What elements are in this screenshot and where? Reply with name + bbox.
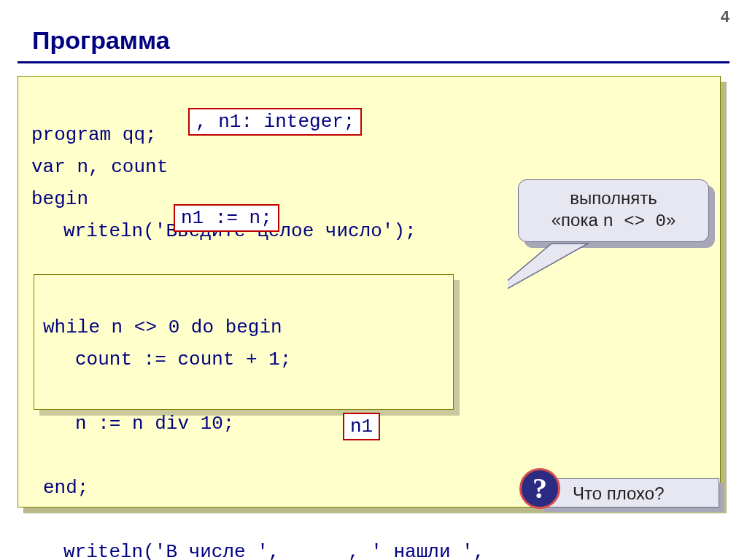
code-line: begin (31, 188, 88, 210)
highlight-var-decl: , n1: integer; (188, 108, 362, 136)
question-mark-icon: ? (519, 468, 560, 509)
highlight-n1-output: n1 (343, 413, 380, 440)
slide-number: 4 (721, 7, 729, 26)
code-blank (31, 509, 43, 531)
code-line: while n <> 0 do begin (43, 316, 282, 338)
question-bar: Что плохо? (540, 478, 719, 508)
highlight-assign-n1: n1 := n; (174, 204, 279, 232)
slide-title: Программа (32, 26, 170, 55)
callout-line2: «пока n <> 0» (519, 209, 708, 233)
code-line: end; (43, 477, 88, 499)
code-line: program qq; (31, 124, 157, 146)
callout-line1: выполнять (519, 187, 708, 209)
callout-bubble: выполнять «пока n <> 0» (518, 179, 709, 242)
code-line: count := count + 1; (43, 343, 444, 376)
code-line: n := n div 10; (43, 408, 444, 440)
title-underline (18, 61, 729, 63)
code-line: var n, count (31, 156, 168, 178)
code-blank (31, 477, 43, 499)
code-blank (31, 445, 43, 467)
svg-marker-0 (508, 244, 588, 305)
code-blank (31, 413, 43, 435)
while-box: while n <> 0 do begin count := count + 1… (34, 274, 454, 410)
code-line: writeln('В числе ', , ' нашли ', (31, 536, 707, 560)
